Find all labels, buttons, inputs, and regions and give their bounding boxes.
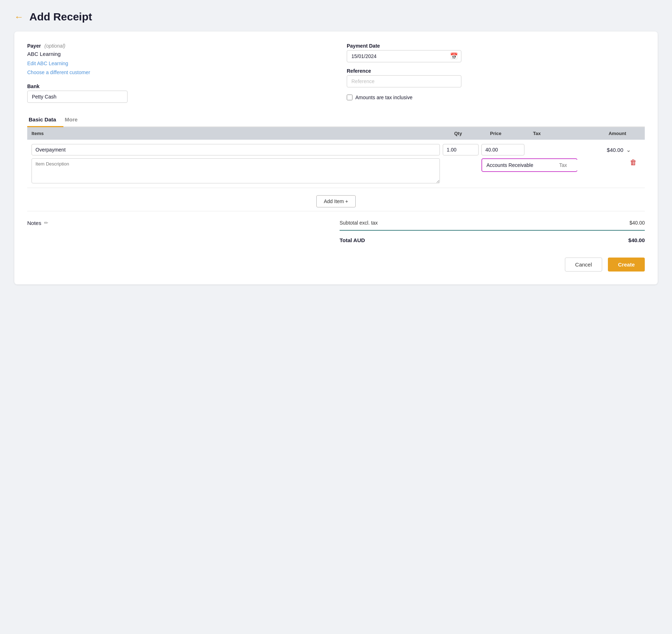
- col-header-tax: Tax: [533, 131, 583, 136]
- col-header-qty: Qty: [454, 131, 490, 136]
- item-qty-input[interactable]: [443, 144, 479, 155]
- item-amount: $40.00: [580, 147, 623, 153]
- tab-more[interactable]: More: [63, 113, 85, 127]
- cancel-button[interactable]: Cancel: [565, 258, 603, 272]
- tax-field-input[interactable]: [556, 160, 625, 170]
- calendar-icon[interactable]: 📅: [450, 52, 458, 60]
- item-name-input[interactable]: [32, 144, 440, 155]
- edit-payer-link[interactable]: Edit ABC Learning: [27, 59, 325, 68]
- tabs-bar: Basic Data More: [27, 113, 645, 127]
- tax-inclusive-checkbox[interactable]: [347, 95, 352, 100]
- total-value: $40.00: [628, 237, 645, 243]
- optional-label: (optional): [44, 43, 65, 49]
- col-header-items: Items: [32, 131, 454, 136]
- payer-label: Payer (optional): [27, 43, 325, 49]
- reference-label: Reference: [347, 68, 645, 74]
- create-button[interactable]: Create: [608, 258, 645, 272]
- add-item-section: Add Item +: [27, 188, 645, 211]
- reference-input[interactable]: [347, 75, 461, 87]
- line-item-row: $40.00 ⌄ 🗑: [27, 140, 645, 188]
- bank-label: Bank: [27, 83, 325, 89]
- total-divider: [340, 230, 645, 231]
- tax-inclusive-label: Amounts are tax inclusive: [355, 95, 413, 100]
- item-description-input[interactable]: [32, 158, 440, 183]
- delete-item-icon[interactable]: 🗑: [630, 158, 637, 166]
- add-item-button[interactable]: Add Item +: [316, 195, 356, 207]
- choose-customer-link[interactable]: Choose a different customer: [27, 68, 325, 77]
- back-button[interactable]: ←: [14, 12, 24, 21]
- page-title: Add Receipt: [29, 11, 92, 23]
- item-price-input[interactable]: [481, 144, 524, 155]
- tab-basic-data[interactable]: Basic Data: [27, 113, 63, 127]
- notes-label: Notes: [27, 220, 41, 226]
- table-header: Items Qty Price Tax Amount: [27, 127, 645, 140]
- edit-notes-icon[interactable]: ✏: [44, 220, 48, 226]
- subtotal-label: Subtotal excl. tax: [340, 220, 378, 226]
- col-header-amount: Amount: [583, 131, 626, 136]
- bank-input[interactable]: [27, 91, 128, 103]
- account-receivable-input[interactable]: [483, 160, 553, 170]
- payment-date-input[interactable]: [347, 50, 461, 62]
- payment-date-label: Payment Date: [347, 43, 645, 49]
- payer-name: ABC Learning: [27, 51, 325, 57]
- subtotal-value: $40.00: [629, 220, 645, 226]
- col-header-price: Price: [490, 131, 533, 136]
- chevron-down-icon[interactable]: ⌄: [626, 147, 640, 153]
- total-label: Total AUD: [340, 237, 365, 243]
